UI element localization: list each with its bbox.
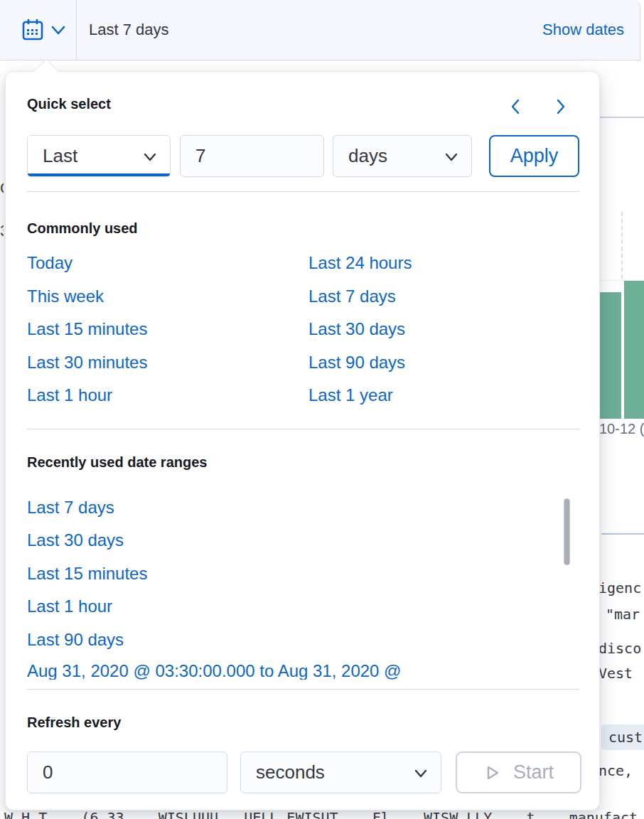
commonly-used-link-last-7-days[interactable]: Last 7 days <box>308 287 396 306</box>
refresh-interval-field-wrap <box>27 751 227 793</box>
scrollbar-thumb[interactable] <box>564 498 570 565</box>
clipped-document-row: W H T (6 33 WISLUUU UELL EWISUT Fl WISW … <box>4 809 638 819</box>
quick-select-amount-field-wrap <box>180 135 324 177</box>
date-picker-quick-menu-button[interactable] <box>0 0 77 60</box>
document-text-fragment: disco <box>599 640 641 657</box>
date-picker-toolbar: Last 7 days Show dates <box>0 0 640 60</box>
commonly-used-title: Commonly used <box>27 220 138 237</box>
quick-select-tense-dropdown[interactable]: Last <box>27 135 171 177</box>
recent-range-link[interactable]: Last 1 hour <box>27 596 112 616</box>
document-text-fragment: nce, <box>599 762 633 779</box>
document-text-fragment: Vest <box>599 665 633 682</box>
document-text-fragment: "mar <box>606 606 640 623</box>
commonly-used-link-last-1-hour[interactable]: Last 1 hour <box>27 385 112 405</box>
field-value-chip: cust <box>601 724 644 750</box>
chevron-down-icon <box>48 21 68 38</box>
recently-used-scroll-area[interactable]: Last 7 days Last 30 days Last 15 minutes… <box>27 495 574 680</box>
commonly-used-link-today[interactable]: Today <box>27 253 73 273</box>
focus-underline <box>28 173 170 176</box>
unit-dropdown-value: days <box>348 136 387 176</box>
start-button-label: Start <box>513 761 554 783</box>
refresh-interval-input[interactable] <box>27 751 227 793</box>
recent-range-link[interactable]: Last 30 days <box>27 530 124 550</box>
chart-x-axis-tick-label: 10-12 ( <box>599 421 644 437</box>
previous-time-window-button[interactable] <box>507 97 525 116</box>
next-time-window-button[interactable] <box>551 97 569 116</box>
document-text-fragment: igenc <box>599 579 641 596</box>
clipped-axis-label: G <box>0 179 4 198</box>
commonly-used-link-last-30-minutes[interactable]: Last 30 minutes <box>27 353 147 373</box>
selected-date-range-label[interactable]: Last 7 days <box>89 0 169 60</box>
refresh-every-title: Refresh every <box>27 714 121 731</box>
calendar-icon <box>20 17 45 43</box>
clipped-axis-label: 3 <box>0 222 4 240</box>
recent-range-link[interactable]: Last 7 days <box>27 498 114 518</box>
recent-range-link[interactable]: Aug 31, 2020 @ 03:30:00.000 to Aug 31, 2… <box>27 661 401 680</box>
commonly-used-link-last-15-minutes[interactable]: Last 15 minutes <box>27 319 147 339</box>
recently-used-title: Recently used date ranges <box>27 454 207 471</box>
recent-range-link[interactable]: Last 15 minutes <box>27 564 147 584</box>
start-auto-refresh-button[interactable]: Start <box>456 751 581 793</box>
show-dates-link[interactable]: Show dates <box>542 0 624 60</box>
chevron-down-icon <box>413 767 429 780</box>
play-icon <box>483 763 502 783</box>
quick-select-title: Quick select <box>27 96 111 112</box>
apply-button[interactable]: Apply <box>489 135 579 177</box>
section-divider <box>27 689 579 690</box>
refresh-unit-dropdown[interactable]: seconds <box>240 751 441 793</box>
chart-bar <box>624 281 644 419</box>
chevron-down-icon <box>142 151 158 164</box>
refresh-unit-value: seconds <box>256 752 325 793</box>
tense-dropdown-value: Last <box>43 136 77 176</box>
background-divider-line <box>601 533 644 535</box>
section-divider <box>27 191 579 192</box>
quick-select-unit-dropdown[interactable]: days <box>333 135 472 177</box>
chart-dashed-marker-line <box>621 212 623 279</box>
date-picker-popover: Quick select Last days Apply Commonly us… <box>5 71 600 810</box>
recent-range-link[interactable]: Last 90 days <box>27 630 124 650</box>
commonly-used-link-this-week[interactable]: This week <box>27 287 104 306</box>
quick-select-amount-input[interactable] <box>180 135 324 177</box>
commonly-used-link-last-90-days[interactable]: Last 90 days <box>308 353 405 373</box>
commonly-used-link-last-24-hours[interactable]: Last 24 hours <box>308 253 412 273</box>
commonly-used-link-last-1-year[interactable]: Last 1 year <box>308 385 393 405</box>
commonly-used-link-last-30-days[interactable]: Last 30 days <box>308 319 405 339</box>
section-divider <box>27 429 579 429</box>
chevron-down-icon <box>444 151 459 164</box>
